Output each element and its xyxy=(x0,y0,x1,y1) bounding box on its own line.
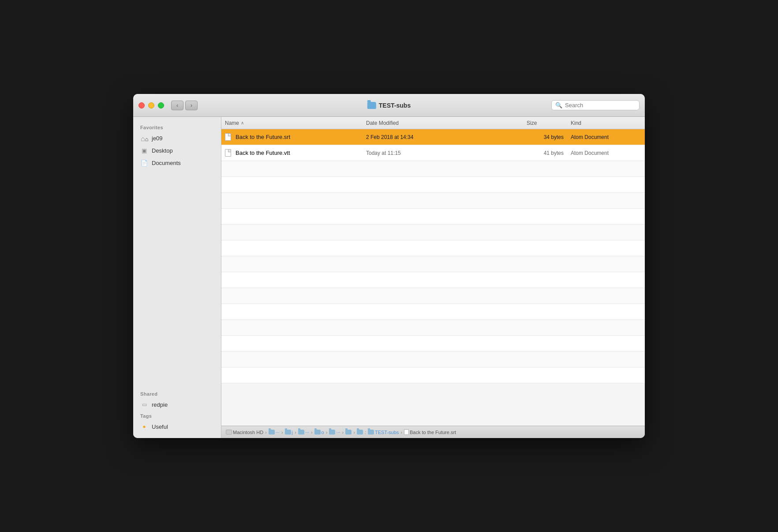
empty-row xyxy=(221,193,645,209)
path-segment[interactable]: ··· xyxy=(305,430,309,435)
table-row[interactable]: Back to the Future.srt 2 Feb 2018 at 14:… xyxy=(221,129,645,145)
sidebar-item-je09[interactable]: ⌂ je09 xyxy=(133,132,221,144)
title-label: TEST-subs xyxy=(379,102,411,109)
col-name-label: Name xyxy=(225,120,239,126)
path-segment[interactable]: Macintosh HD xyxy=(233,430,263,435)
shared-label: Shared xyxy=(133,389,221,398)
search-icon: 🔍 xyxy=(555,102,562,109)
minimize-button[interactable] xyxy=(148,102,154,109)
desktop-icon: ▣ xyxy=(140,146,148,154)
file-icon xyxy=(225,149,232,157)
title-folder-icon xyxy=(367,102,376,109)
empty-row xyxy=(221,209,645,225)
folder-icon xyxy=(285,430,291,435)
file-icon xyxy=(225,133,232,141)
empty-row xyxy=(221,177,645,193)
file-path-icon xyxy=(404,429,409,435)
column-headers: Name ∧ Date Modified Size Kind xyxy=(221,117,645,129)
empty-row xyxy=(221,336,645,352)
table-row[interactable]: Back to the Future.vtt Today at 11:15 41… xyxy=(221,145,645,161)
network-icon: ▭ xyxy=(140,401,148,408)
folder-icon xyxy=(345,430,352,435)
home-icon: ⌂ xyxy=(140,134,148,142)
path-segment[interactable]: TEST-subs xyxy=(375,430,399,435)
empty-row xyxy=(221,272,645,288)
file-name: Back to the Future.srt xyxy=(236,134,290,140)
file-kind: Atom Document xyxy=(571,150,641,156)
window-title: TEST-subs xyxy=(367,102,411,109)
back-button[interactable]: ‹ xyxy=(171,101,183,110)
sidebar-item-label: Useful xyxy=(152,423,168,430)
col-header-date[interactable]: Date Modified xyxy=(366,120,527,126)
forward-button[interactable]: › xyxy=(185,101,198,110)
file-kind: Atom Document xyxy=(571,134,641,140)
content-area: Name ∧ Date Modified Size Kind xyxy=(221,117,645,438)
path-segment[interactable]: ··· xyxy=(276,430,280,435)
col-header-name[interactable]: Name ∧ xyxy=(225,120,366,126)
close-button[interactable] xyxy=(138,102,145,109)
empty-row xyxy=(221,240,645,256)
empty-row xyxy=(221,304,645,320)
folder-icon xyxy=(298,430,304,435)
empty-row xyxy=(221,161,645,177)
sort-arrow-icon: ∧ xyxy=(241,120,244,125)
sidebar-item-label: Desktop xyxy=(152,147,173,154)
empty-row xyxy=(221,352,645,367)
sidebar: Favorites ⌂ je09 ▣ Desktop 📄 Documents xyxy=(133,117,221,438)
file-size: 34 bytes xyxy=(527,134,571,140)
col-size-label: Size xyxy=(527,120,537,126)
sidebar-item-label: redpie xyxy=(152,401,168,408)
folder-icon xyxy=(368,430,374,435)
sidebar-item-label: je09 xyxy=(152,135,163,142)
sidebar-item-desktop[interactable]: ▣ Desktop xyxy=(133,144,221,157)
folder-icon xyxy=(314,430,321,435)
file-list: Back to the Future.srt 2 Feb 2018 at 14:… xyxy=(221,129,645,426)
documents-icon: 📄 xyxy=(140,159,148,167)
file-date: Today at 11:15 xyxy=(366,150,527,156)
nav-buttons: ‹ › xyxy=(171,101,198,110)
sidebar-item-redpie[interactable]: ▭ redpie xyxy=(133,398,221,411)
empty-row xyxy=(221,256,645,272)
col-date-label: Date Modified xyxy=(366,120,399,126)
path-segment[interactable]: o xyxy=(322,430,324,435)
hd-icon xyxy=(226,430,232,435)
folder-icon xyxy=(329,430,335,435)
empty-row xyxy=(221,320,645,336)
empty-row xyxy=(221,288,645,304)
file-size: 41 bytes xyxy=(527,150,571,156)
sidebar-item-documents[interactable]: 📄 Documents xyxy=(133,157,221,169)
empty-row xyxy=(221,225,645,240)
maximize-button[interactable] xyxy=(158,102,164,109)
sidebar-item-label: Documents xyxy=(152,160,181,166)
file-name-cell: Back to the Future.srt xyxy=(225,133,366,141)
main-area: Favorites ⌂ je09 ▣ Desktop 📄 Documents xyxy=(133,117,645,438)
traffic-lights xyxy=(138,102,164,109)
file-date: 2 Feb 2018 at 14:34 xyxy=(366,134,527,140)
path-segment[interactable]: j xyxy=(292,430,293,435)
sidebar-item-useful[interactable]: ● Useful xyxy=(133,420,221,433)
path-segment[interactable]: Back to the Future.srt xyxy=(410,430,456,435)
favorites-label: Favorites xyxy=(133,122,221,132)
finder-window: ‹ › TEST-subs 🔍 Favorites ⌂ je09 ▣ xyxy=(133,94,645,438)
tag-icon: ● xyxy=(140,423,148,431)
path-segment[interactable]: ··· xyxy=(336,430,340,435)
col-kind-label: Kind xyxy=(571,120,581,126)
file-name-cell: Back to the Future.vtt xyxy=(225,149,366,157)
col-header-kind[interactable]: Kind xyxy=(571,120,641,126)
file-name: Back to the Future.vtt xyxy=(236,150,290,156)
search-input[interactable] xyxy=(565,102,636,109)
col-header-size[interactable]: Size xyxy=(527,120,571,126)
folder-icon xyxy=(269,430,275,435)
title-bar: ‹ › TEST-subs 🔍 xyxy=(133,94,645,117)
empty-row xyxy=(221,367,645,383)
search-box[interactable]: 🔍 xyxy=(551,100,640,110)
folder-icon xyxy=(357,430,363,435)
tags-label: Tags xyxy=(133,411,221,420)
path-bar: Macintosh HD › ··· › j › ··· › o › ··· ›… xyxy=(221,426,645,438)
